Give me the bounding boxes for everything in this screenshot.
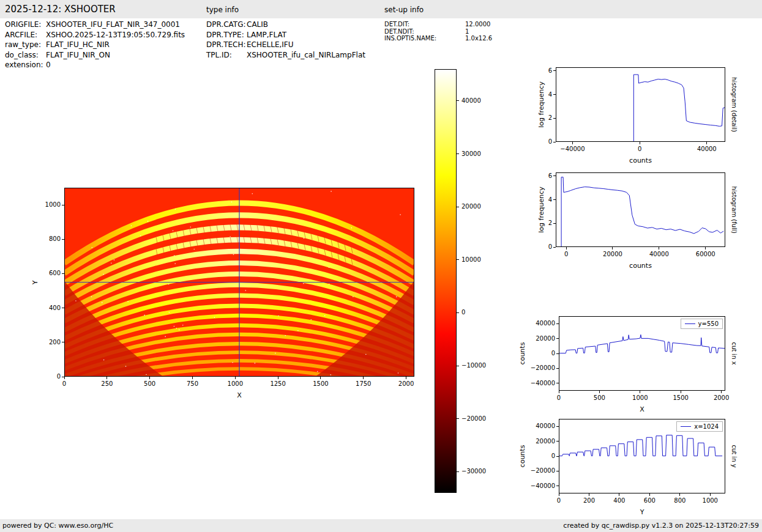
header-bar: 2025-12-12: XSHOOTER type info set-up in… [0,0,762,18]
x-tick-mark [649,493,650,496]
raw-image-plot: 0250500750100012501500175020000200400600… [64,188,414,377]
info-label: raw_type: [5,40,46,50]
x-tick-mark [612,247,613,249]
x-tick-label: 2000 [388,380,425,387]
info-row: DPR.TECH:ECHELLE,IFU [206,40,365,50]
x-tick-label: 0 [540,394,577,401]
x-tick-mark [705,247,706,249]
colorbar-tick-label: 0 [461,309,498,316]
y-tick-label: 6 [515,67,552,74]
info-row: ORIGFILE:XSHOOTER_IFU_FLAT_NIR_347_0001 [5,20,185,30]
x-tick-label: 20000 [594,251,631,257]
cut-in-x-plot: 0500100015002000−40000−2000002000040000X… [559,316,725,391]
x-tick-label: 500 [581,394,618,401]
side-label: histogram (detail) [731,77,738,132]
legend-label: x=1024 [694,423,719,430]
legend-label: y=550 [698,320,719,327]
y-tick-label: 2 [515,220,552,226]
y-tick-mark [553,175,556,176]
info-label: TPL.ID: [206,50,247,61]
x-tick-label: 250 [89,380,125,387]
info-row: TPL.ID:XSHOOTER_ifu_cal_NIRLampFlat [206,50,365,61]
info-value: XSHOO.2025-12-13T19:05:50.729.fits [46,30,185,40]
x-tick-label: 40000 [689,146,725,152]
x-tick-label: 500 [132,380,168,387]
y-tick-mark [62,342,64,342]
info-value: 1 [465,28,469,35]
y-tick-mark [556,441,559,441]
y-tick-label: 600 [24,270,61,276]
info-value: 1.0x12.6 [465,35,492,42]
x-tick-mark [681,391,681,393]
colorbar-tick-mark [457,207,459,207]
legend-line-sample [681,426,691,427]
y-tick-label: 40000 [518,423,555,429]
info-value: ECHELLE,IFU [247,40,294,50]
x-tick-mark [721,391,722,393]
y-tick-mark [556,456,559,457]
type-info-heading: type info [206,6,239,14]
x-tick-mark [192,377,193,379]
histogram-detail-plot: −400000400000246countslog frequencyhisto… [556,67,725,142]
info-label: extension: [5,60,46,70]
plot-frame [64,188,414,377]
info-label: DPR.TYPE: [206,30,247,40]
x-tick-mark [320,377,321,379]
y-tick-mark [553,118,556,119]
x-tick-label: 1500 [662,394,699,401]
info-label: DET.DIT: [384,21,465,28]
type-info-block: DPR.CATG:CALIB DPR.TYPE:LAMP,FLAT DPR.TE… [206,20,365,60]
x-tick-mark [619,493,619,496]
y-tick-mark [556,338,559,339]
info-row: DPR.CATG:CALIB [206,20,365,30]
y-tick-mark [556,353,559,354]
y-axis-label: counts [518,445,526,468]
y-tick-mark [62,205,64,205]
y-tick-label: 6 [515,172,552,179]
x-tick-label: 0 [621,146,658,152]
info-value: LAMP,FLAT [247,30,286,40]
x-tick-mark [706,142,707,144]
info-label: DET.NDIT: [384,28,465,35]
y-tick-label: 4 [515,196,552,203]
x-tick-mark [640,391,640,393]
y-axis-label: counts [518,342,526,365]
x-tick-label: 1750 [345,380,382,387]
x-tick-label: 1000 [622,394,659,401]
side-label: histogram (full) [731,186,738,233]
info-value: 12.0000 [465,21,490,28]
histogram-full-plot: 02000040000600000246countslog frequencyh… [556,172,725,247]
x-tick-label: 60000 [687,251,724,257]
x-tick-mark [106,377,107,379]
colorbar-gradient [435,69,457,493]
x-tick-label: 2000 [703,394,740,401]
y-tick-mark [553,247,556,248]
x-tick-mark [566,247,567,249]
x-tick-label: 750 [174,380,211,387]
x-axis-label: X [64,391,414,399]
y-axis-label: Y [31,280,39,284]
x-tick-mark [149,377,150,379]
x-tick-mark [64,377,65,379]
info-label: do_class: [5,50,46,61]
footer-left-text: powered by QC: www.eso.org/HC [2,522,113,530]
colorbar-tick-mark [457,471,459,472]
y-tick-mark [553,142,556,142]
info-label: INS.OPTI5.NAME: [384,35,465,42]
x-tick-mark [589,493,589,496]
colorbar-tick-label: −30000 [461,468,498,475]
y-tick-mark [62,239,64,240]
y-tick-label: −20000 [518,467,555,474]
y-tick-mark [62,308,64,308]
colorbar-tick-label: −20000 [461,415,498,422]
x-axis-label: Y [559,508,725,516]
x-tick-mark [559,493,559,496]
info-value: FLAT_IFU_HC_NIR [46,40,110,50]
colorbar-tick-label: 20000 [461,203,498,210]
y-tick-mark [553,94,556,95]
y-tick-label: 2 [515,114,552,121]
x-tick-label: −40000 [554,146,591,152]
y-tick-label: 0 [515,243,552,250]
x-tick-mark [559,391,559,393]
info-row: DET.DIT:12.0000 [384,21,492,28]
